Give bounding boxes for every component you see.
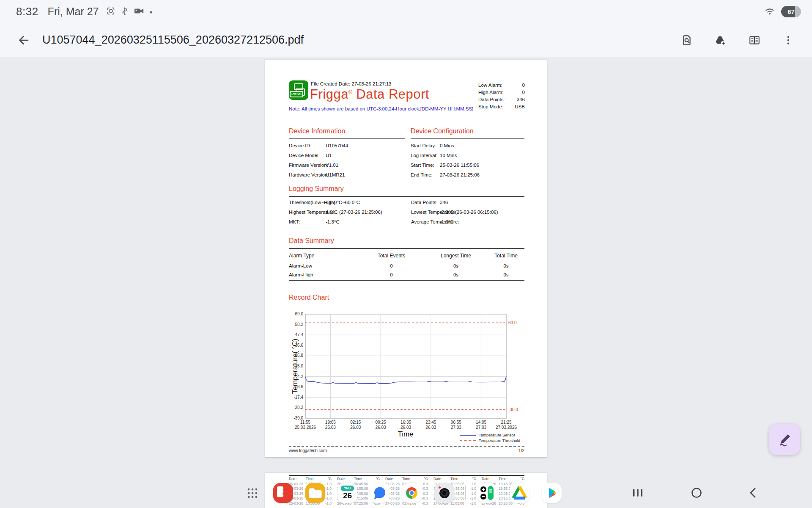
data-summary-heading: Data Summary xyxy=(289,237,334,245)
status-date: Fri, Mar 27 xyxy=(48,6,99,18)
app-grid-icon xyxy=(245,486,260,500)
camera-flash-dot xyxy=(439,486,441,489)
overflow-menu-button[interactable] xyxy=(780,32,797,49)
data-summary-table: Alarm TypeTotal EventsLongest TimeTotal … xyxy=(289,250,524,281)
section-underline xyxy=(289,196,524,197)
my-files-app-icon[interactable] xyxy=(305,483,325,503)
device-configuration-rows: Start Delay:0 Mins Log Interval:10 Mins … xyxy=(411,143,524,182)
footer-divider xyxy=(289,446,524,447)
google-drive-app-icon[interactable] xyxy=(510,483,529,503)
camera-app-icon[interactable] xyxy=(434,483,454,503)
battery-indicator: 67 xyxy=(781,6,801,17)
notification-dot-icon xyxy=(149,8,153,16)
back-chevron-icon xyxy=(749,488,756,498)
back-nav-button[interactable] xyxy=(749,488,756,499)
arrow-left-icon xyxy=(17,34,30,47)
dock-divider xyxy=(465,486,466,500)
timezone-note: Note: All times shown are based on UTC-3… xyxy=(289,106,473,111)
stat-row: Data Points:346 xyxy=(478,97,525,104)
y-axis-tick: 69.0 xyxy=(265,312,303,316)
y-axis-tick: 58.2 xyxy=(265,322,303,327)
calendar-app-icon[interactable]: THU 26 xyxy=(337,483,357,503)
logging-summary-heading: Logging Summary xyxy=(289,185,344,193)
threshold-label-high: 60.0 xyxy=(508,320,516,325)
chrome-app-icon[interactable] xyxy=(402,483,422,503)
stat-row: Low Alarm:0 xyxy=(478,83,525,90)
record-chart: Temperature( °C) Time Temperature Sensor… xyxy=(265,297,547,445)
clock: 8:32 xyxy=(16,5,38,18)
y-axis-tick: 36.6 xyxy=(265,343,303,348)
find-in-document-button[interactable] xyxy=(678,32,695,49)
tablet-screen: 8:32 Fri, Mar 27 xyxy=(0,0,812,508)
table-top-border xyxy=(289,475,524,476)
back-button[interactable] xyxy=(14,31,33,50)
table-row: Alarm-Low00s0s xyxy=(289,261,524,270)
footer-url: www.friggatech.com xyxy=(289,448,326,453)
device-information-rows: Device ID:U1057044 Device Model:U1 Firmw… xyxy=(289,143,407,182)
alarm-stats: Low Alarm:0 High Alarm:0 Data Points:346… xyxy=(478,83,525,111)
y-axis-tick: 15.0 xyxy=(265,364,303,368)
y-axis-tick: 47.4 xyxy=(265,332,303,337)
section-underline xyxy=(411,138,524,139)
y-axis-tick: -6.6 xyxy=(265,384,303,389)
recents-icon xyxy=(633,489,643,497)
table-row: Alarm-High00s0s xyxy=(289,270,524,279)
camera-lens xyxy=(439,488,450,498)
kebab-menu-icon xyxy=(783,35,794,46)
annotate-fab[interactable] xyxy=(769,424,800,455)
device-configuration-heading: Device Configuration xyxy=(411,127,474,135)
y-axis-tick: -28.2 xyxy=(265,405,303,410)
stat-row: Stop Mode:USB xyxy=(478,104,525,111)
drive-add-icon xyxy=(715,34,727,47)
device-information-heading: Device Information xyxy=(289,127,345,135)
calendar-day-label: THU xyxy=(341,486,354,491)
play-store-app-icon[interactable] xyxy=(542,483,562,503)
status-bar: 8:32 Fri, Mar 27 xyxy=(0,0,812,23)
section-underline xyxy=(289,248,524,249)
add-to-drive-button[interactable] xyxy=(712,32,729,49)
logging-summary-right: Data Points:346 Lowest Temperature:-2.9°… xyxy=(411,200,524,229)
usb-icon xyxy=(121,6,129,17)
app-drawer-button[interactable] xyxy=(245,486,260,500)
home-circle-icon xyxy=(691,487,702,498)
y-axis-tick: 25.8 xyxy=(265,353,303,358)
x-axis-tick: 21:2527.03.2026 xyxy=(490,420,522,430)
messages-app-icon[interactable] xyxy=(370,483,390,503)
notes-app-icon[interactable] xyxy=(273,483,293,503)
pdf-page-1: PASS File Created Date: 27-03-26 21:27:1… xyxy=(265,60,547,457)
calendar-day-number: 26 xyxy=(337,491,357,500)
calculator-app-icon[interactable] xyxy=(477,483,497,503)
smart-capture-icon xyxy=(106,6,115,17)
y-axis-tick: 4.2 xyxy=(265,374,303,379)
pen-icon xyxy=(776,431,793,448)
logging-summary-left: Threshold(Low~High):-30.0°C~60.0°C Highe… xyxy=(289,200,407,229)
wifi-icon xyxy=(764,6,775,17)
frigga-pass-logo: PASS xyxy=(289,80,308,100)
camcorder-icon xyxy=(134,7,144,17)
stat-row: High Alarm:0 xyxy=(478,90,525,97)
y-axis-tick: -17.4 xyxy=(265,395,303,400)
file-created-date: File Created Date: 27-03-26 21:27:13 xyxy=(311,81,392,86)
pass-badge: PASS xyxy=(290,91,303,97)
reader-view-icon xyxy=(749,34,760,47)
recents-button[interactable] xyxy=(633,489,643,498)
pdf-toolbar: U1057044_20260325115506_20260327212506.p… xyxy=(0,23,812,57)
reader-view-button[interactable] xyxy=(746,32,763,49)
page-number: 1/2 xyxy=(518,448,524,453)
table-bottom-border xyxy=(289,280,524,281)
section-underline xyxy=(289,138,405,139)
document-title: U1057044_20260325115506_20260327212506.p… xyxy=(42,33,678,47)
report-title: Frigga® Data Report xyxy=(310,87,429,102)
threshold-label-low: -30.0 xyxy=(508,407,518,412)
home-button[interactable] xyxy=(691,487,702,500)
find-in-document-icon xyxy=(681,34,693,47)
data-summary-header-row: Alarm TypeTotal EventsLongest TimeTotal … xyxy=(289,250,524,261)
